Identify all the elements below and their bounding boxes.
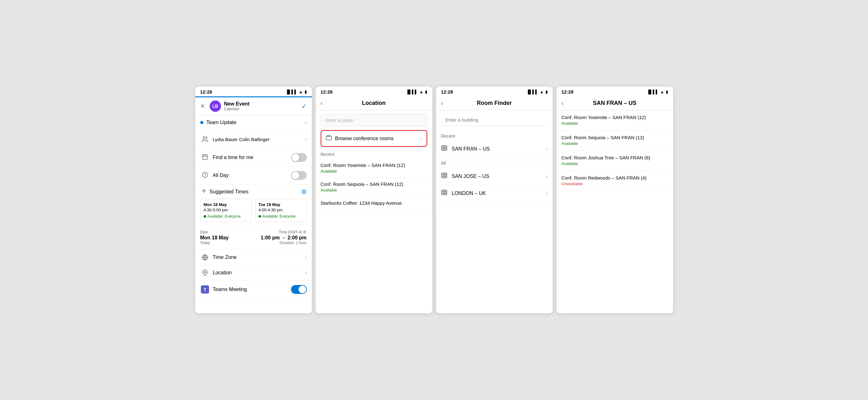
status-icons-2: ▐▌▌▌ ▲ ▮ [406,90,427,94]
battery-icon-3: ▮ [546,90,548,94]
attendees-row[interactable]: Lydia Bauer Colin Ballinger › [195,130,312,149]
all-buildings: SAN JOSE – US › LONDON – UK › [436,168,553,202]
close-button[interactable]: ✕ [200,103,210,110]
recent-building-chevron-0: › [546,146,547,152]
date-label: Date [200,230,229,234]
avail-dot-1 [204,215,206,218]
event-title-row[interactable]: Team Update › [195,115,312,130]
svg-rect-13 [441,146,447,151]
room-item-3[interactable]: Conf. Room Redwoods – SAN FRAN (4)Unavai… [557,171,673,191]
all-building-chevron-0: › [546,173,547,179]
battery-icon: ▮ [305,90,307,94]
status-time-2: 12:28 [321,89,333,95]
back-button-2[interactable]: ‹ [321,100,330,107]
status-bar-2: 12:28 ▐▌▌▌ ▲ ▮ [316,87,432,96]
location-item-2[interactable]: Starbucks Coffee: 1234 Happy Avenue [316,197,432,211]
status-time-3: 12:28 [441,89,453,95]
date-sub: Today [200,241,229,245]
slot1-avail-label: Available: Everyone [208,214,241,219]
room-name-0: Conf. Room Yosemite – SAN FRAN (12) [561,114,668,120]
avail-dot-2 [258,215,261,218]
building-icon-recent-0 [441,145,447,153]
room-name-2: Conf. Room Joshua Tree – SAN FRAN (6) [561,155,668,160]
timezone-row[interactable]: Time Zone › [195,250,312,265]
suggested-section: Suggested Times ⚙ Mon 18 May 4:30-5:00 p… [195,185,312,226]
all-building-name-1: LONDON – UK [452,191,546,196]
back-button-4[interactable]: ‹ [561,100,571,107]
slot1-avail: Available: Everyone [204,214,248,219]
all-day-toggle[interactable] [291,171,307,180]
time-col: Time (GMT-4) ⚙ 1:00 pm → 2:00 pm Duratio… [261,230,307,245]
filter-icon[interactable]: ⚙ [301,188,307,196]
room-item-0[interactable]: Conf. Room Yosemite – SAN FRAN (12)Avail… [557,110,673,130]
all-building-1[interactable]: LONDON – UK › [436,185,553,202]
event-title-label: Team Update [207,120,305,125]
header-location: ‹ Location [316,96,432,110]
room-status-1: Available [561,141,668,146]
recent-label-3: Recent [436,130,553,140]
check-button[interactable]: ✓ [297,102,307,110]
status-bar-4: 12:28 ▐▌▌▌ ▲ ▮ [557,87,673,96]
room-status-3: Unavailable [561,181,668,186]
header-left: ✕ LB New Event Calendar [200,100,250,112]
room-finder-title: Room Finder [451,100,538,106]
location-search-field[interactable]: Enter a place [321,114,427,126]
browse-chevron-icon: › [420,136,422,141]
header-room-finder: ‹ Room Finder [436,96,553,110]
teams-icon: T [200,286,210,294]
recent-building-0[interactable]: SAN FRAN – US › [436,140,553,158]
room-item-2[interactable]: Conf. Room Joshua Tree – SAN FRAN (6)Ava… [557,151,673,171]
globe-icon [200,254,210,261]
time-label: Time (GMT-4) ⚙ [279,230,307,234]
slot2-avail: Available: Everyone [258,214,303,219]
event-info: New Event Calendar [224,101,250,111]
location-item-name-1: Conf. Room Sequoia – SAN FRAN (12) [321,181,427,187]
rooms-icon [326,134,332,142]
slot2-day: Tue 19 May [258,202,303,207]
location-item-status-1: Available [321,188,427,193]
timezone-label: Time Zone [213,255,305,260]
battery-icon-4: ▮ [666,90,668,94]
recent-label-2: Recent [316,148,432,159]
teams-row: T Teams Meeting [195,280,312,299]
status-icons-1: ▐▌▌▌ ▲ ▮ [286,90,307,94]
svg-rect-1 [203,155,207,159]
time-slot-2[interactable]: Tue 19 May 4:00-4:30 pm Available: Every… [255,199,307,222]
all-building-name-0: SAN JOSE – US [452,173,546,179]
signal-icon-2: ▐▌▌▌ [406,90,418,94]
room-item-1[interactable]: Conf. Room Sequoia – SAN FRAN (12)Availa… [557,130,673,151]
date-col: Date Mon 18 May Today [200,230,229,245]
find-time-toggle[interactable] [291,153,307,162]
recent-buildings: SAN FRAN – US › [436,140,553,158]
slot1-time: 4:30-5:00 pm [204,207,248,212]
all-day-label: All Day [213,173,291,178]
browse-rooms-button[interactable]: Browse conference rooms › [321,130,427,147]
signal-icon-3: ▐▌▌▌ [527,90,538,94]
all-day-row: All Day [195,167,312,185]
avatar: LB [210,100,221,112]
location-item-status-0: Available [321,169,427,173]
rooms-list: Conf. Room Yosemite – SAN FRAN (12)Avail… [557,110,673,191]
room-status-2: Available [561,161,668,166]
chevron-icon-loc: › [305,270,307,276]
location-items: Conf. Room Yosemite – SAN FRAN (12)Avail… [316,159,432,211]
status-time-4: 12:28 [561,89,574,95]
all-building-0[interactable]: SAN JOSE – US › [436,168,553,185]
all-building-chevron-1: › [546,191,547,196]
time-slot-1[interactable]: Mon 18 May 4:30-5:00 pm Available: Every… [200,199,252,222]
location-row[interactable]: Location › [195,265,312,280]
status-bar-1: 12:28 ▐▌▌▌ ▲ ▮ [195,87,312,96]
building-search-input[interactable] [441,114,548,126]
svg-point-9 [204,271,206,273]
people-icon [200,134,210,144]
location-item-1[interactable]: Conf. Room Sequoia – SAN FRAN (12)Availa… [316,178,432,197]
find-time-row: Find a time for me [195,149,312,167]
back-button-3[interactable]: ‹ [441,100,451,107]
teams-toggle[interactable] [291,285,307,294]
location-icon [200,270,210,276]
location-item-0[interactable]: Conf. Room Yosemite – SAN FRAN (12)Avail… [316,159,432,178]
calendar-icon [200,154,210,162]
battery-icon-2: ▮ [425,90,427,94]
event-sub: Calendar [224,107,250,111]
svg-point-0 [203,137,205,139]
